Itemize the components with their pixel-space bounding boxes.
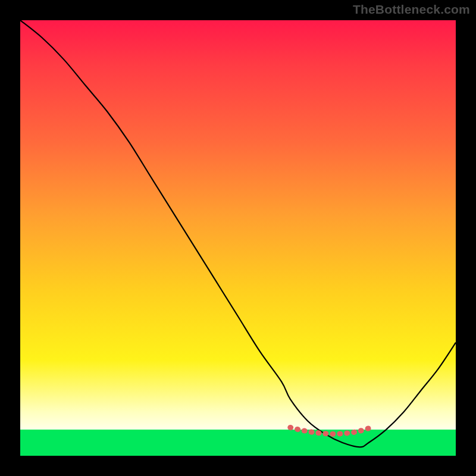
optimal-marker-path	[290, 427, 369, 434]
plot-area	[20, 20, 456, 456]
watermark-text: TheBottleneck.com	[353, 2, 470, 17]
chart-svg	[20, 20, 456, 456]
bottleneck-curve-path	[20, 20, 456, 447]
chart-frame: TheBottleneck.com	[0, 0, 476, 476]
